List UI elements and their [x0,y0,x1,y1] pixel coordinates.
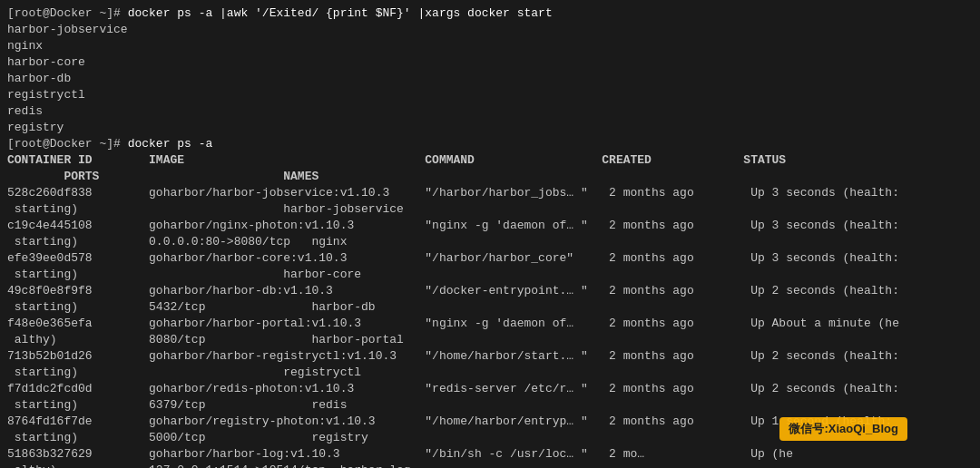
cmd-1: docker ps -a |awk '/Exited/ {print $NF}'… [128,6,553,20]
row-5a: f48e0e365efa goharbor/harbor-portal:v1.1… [7,316,973,332]
row-6b: starting) registryctl [7,365,973,381]
line-5: harbor-db [7,71,973,87]
watermark: 微信号:XiaoQi_Blog [779,417,907,441]
line-7: redis [7,103,973,120]
table-header: CONTAINER ID IMAGE COMMAND CREATED STATU… [7,152,973,169]
cmd-2: docker ps -a [128,137,213,151]
row-3a: efe39ee0d578 goharbor/harbor-core:v1.10.… [7,250,973,267]
row-3b: starting) harbor-core [7,267,973,283]
line-2: harbor-jobservice [7,22,973,38]
table-header-2: PORTS NAMES [7,169,973,185]
line-3: nginx [7,38,973,54]
row-9a: 51863b327629 goharbor/harbor-log:v1.10.3… [7,446,973,463]
row-7b: starting) 6379/tcp redis [7,397,973,414]
terminal: [root@Docker ~]# docker ps -a |awk '/Exi… [0,0,980,468]
row-4a: 49c8f0e8f9f8 goharbor/harbor-db:v1.10.3 … [7,283,973,299]
row-7a: f7d1dc2fcd0d goharbor/redis-photon:v1.10… [7,381,973,397]
row-1b: starting) harbor-jobservice [7,201,973,218]
prompt-2: [root@Docker ~]# [7,137,128,151]
row-9b: althy) 127.0.0.1:1514->10514/tcp harbor-… [7,463,973,468]
row-4b: starting) 5432/tcp harbor-db [7,299,973,316]
row-5b: althy) 8080/tcp harbor-portal [7,332,973,348]
line-6: registryctl [7,87,973,103]
line-9: [root@Docker ~]# docker ps -a [7,136,973,152]
row-2b: starting) 0.0.0.0:80->8080/tcp nginx [7,234,973,250]
row-1a: 528c260df838 goharbor/harbor-jobservice:… [7,185,973,201]
row-6a: 713b52b01d26 goharbor/harbor-registryctl… [7,348,973,365]
row-2a: c19c4e445108 goharbor/nginx-photon:v1.10… [7,218,973,234]
line-1: [root@Docker ~]# docker ps -a |awk '/Exi… [7,5,973,22]
line-8: registry [7,120,973,136]
prompt-1: [root@Docker ~]# [7,6,128,20]
line-4: harbor-core [7,54,973,71]
